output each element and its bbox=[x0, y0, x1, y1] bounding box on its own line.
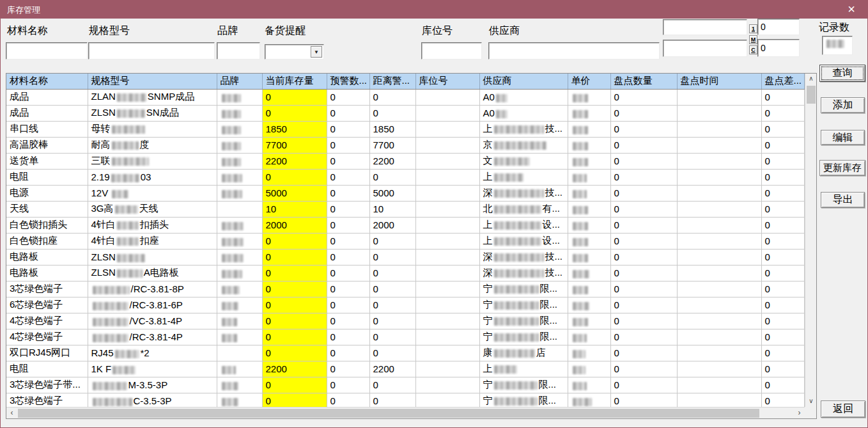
brand-input[interactable] bbox=[217, 42, 260, 59]
cell-count_qty: 0 bbox=[610, 345, 677, 361]
extra-input-bottom[interactable] bbox=[663, 40, 747, 57]
cell-dist: 0 bbox=[369, 345, 415, 361]
cell-count_time bbox=[677, 297, 761, 313]
cell-loc bbox=[415, 201, 479, 217]
cell-loc bbox=[415, 105, 479, 121]
cell-count_time bbox=[677, 105, 761, 121]
redacted-text bbox=[93, 302, 128, 310]
horizontal-scrollbar[interactable]: ‹ › bbox=[6, 407, 805, 418]
table-row[interactable]: 电源12V 500005000深技...00 bbox=[6, 185, 804, 201]
horizontal-scroll-thumb[interactable] bbox=[18, 409, 759, 418]
cell-price bbox=[568, 201, 610, 217]
cell-supplier: 宁限... bbox=[479, 313, 568, 329]
column-header-stock[interactable]: 当前库存量 bbox=[262, 74, 327, 89]
mini-button-1[interactable]: 1 bbox=[749, 24, 757, 33]
cell-dist: 0 bbox=[369, 249, 415, 265]
supplier-input[interactable] bbox=[488, 42, 660, 59]
cell-brand bbox=[217, 329, 262, 345]
export-button[interactable]: 导出 bbox=[821, 192, 865, 208]
column-header-supplier[interactable]: 供应商 bbox=[479, 74, 568, 89]
cell-warn: 0 bbox=[327, 185, 369, 201]
reminder-select[interactable]: ▼ bbox=[265, 44, 324, 59]
redacted-text bbox=[573, 302, 589, 310]
table-row[interactable]: 天线3G高天线10010北有...00 bbox=[6, 201, 804, 217]
table-row[interactable]: 4芯绿色端子/VC-3.81-4P000宁限...00 bbox=[6, 313, 804, 329]
column-header-name[interactable]: 材料名称 bbox=[6, 74, 88, 89]
cell-count_time bbox=[677, 329, 761, 345]
redacted-text bbox=[222, 110, 241, 118]
cell-warn: 0 bbox=[327, 201, 369, 217]
redacted-text bbox=[573, 366, 585, 374]
table-row[interactable]: 电阻1K F220002200上00 bbox=[6, 361, 804, 377]
material-name-input[interactable] bbox=[6, 42, 88, 59]
query-button[interactable]: 查询 bbox=[819, 65, 865, 82]
title-bar[interactable]: 库存管理 × bbox=[1, 1, 867, 19]
table-row[interactable]: 电阻2.1903000上00 bbox=[6, 169, 804, 185]
redacted-text bbox=[573, 174, 587, 182]
column-header-dist[interactable]: 距离警... bbox=[369, 74, 415, 89]
edit-button[interactable]: 编辑 bbox=[821, 130, 865, 145]
table-row[interactable]: 电路板ZLSNA电路板000深技...00 bbox=[6, 265, 804, 281]
table-row[interactable]: 成品ZLSNSN成品000A000 bbox=[6, 105, 804, 121]
column-header-brand[interactable]: 品牌 bbox=[217, 74, 262, 89]
redacted-text bbox=[117, 237, 139, 246]
vertical-scroll-thumb[interactable] bbox=[807, 86, 816, 104]
scroll-down-icon[interactable]: ∨ bbox=[805, 396, 817, 407]
cell-count_time bbox=[677, 361, 761, 377]
back-button[interactable]: 返回 bbox=[821, 400, 865, 418]
table-row[interactable]: 成品ZLANSNMP成品000A000 bbox=[6, 89, 804, 105]
redacted-text bbox=[573, 158, 588, 166]
column-header-count_qty[interactable]: 盘点数量 bbox=[610, 74, 677, 89]
cell-stock: 0 bbox=[262, 313, 327, 329]
cell-count_diff: 0 bbox=[761, 217, 804, 233]
record-count-label: 记录数 bbox=[819, 21, 849, 35]
redacted-text bbox=[222, 238, 244, 246]
cell-count_qty: 0 bbox=[610, 105, 677, 121]
number-input-bottom[interactable] bbox=[757, 39, 800, 57]
scroll-up-icon[interactable]: ∧ bbox=[805, 74, 817, 84]
cell-warn: 0 bbox=[327, 105, 369, 121]
cell-supplier: 深技... bbox=[479, 249, 568, 265]
redacted-text bbox=[494, 157, 530, 166]
mini-button-c[interactable]: C bbox=[749, 45, 757, 54]
cell-loc bbox=[415, 153, 479, 169]
table-row[interactable]: 3芯绿色端子C-3.5-3P000宁限...00 bbox=[6, 393, 804, 407]
table-row[interactable]: 串口线母转185001850上技...00 bbox=[6, 121, 804, 137]
mini-button-m[interactable]: M bbox=[749, 35, 757, 44]
table-row[interactable]: 双口RJ45网口RJ45*2000康店00 bbox=[6, 345, 804, 361]
column-header-count_diff[interactable]: 盘点差... bbox=[761, 74, 804, 89]
cell-price bbox=[568, 281, 610, 297]
table-row[interactable]: 白色锁扣座4针白扣座000上设...00 bbox=[6, 233, 804, 249]
table-row[interactable]: 3芯绿色端子带...M-3.5-3P000宁限...00 bbox=[6, 377, 804, 393]
cell-stock: 2200 bbox=[262, 153, 327, 169]
table-row[interactable]: 高温胶棒耐高度770007700京00 bbox=[6, 137, 804, 153]
location-input[interactable] bbox=[421, 42, 482, 59]
column-header-count_time[interactable]: 盘点时间 bbox=[677, 74, 761, 89]
column-header-spec[interactable]: 规格型号 bbox=[88, 74, 217, 89]
cell-loc bbox=[415, 137, 479, 153]
cell-price bbox=[568, 217, 610, 233]
scroll-right-icon[interactable]: › bbox=[794, 408, 805, 419]
add-button[interactable]: 添加 bbox=[821, 97, 865, 113]
cell-count_diff: 0 bbox=[761, 201, 804, 217]
number-input-top[interactable] bbox=[757, 19, 800, 35]
extra-input-top[interactable] bbox=[663, 19, 747, 35]
redacted-text bbox=[222, 190, 242, 198]
table-row[interactable]: 3芯绿色端子/RC-3.81-8P000宁限...00 bbox=[6, 281, 804, 297]
redacted-text bbox=[222, 222, 244, 230]
chevron-down-icon[interactable]: ▼ bbox=[311, 46, 322, 58]
column-header-warn[interactable]: 预警数... bbox=[327, 74, 369, 89]
table-row[interactable]: 送货单三联220002200文00 bbox=[6, 153, 804, 169]
table-row[interactable]: 4芯绿色端子/RC-3.81-4P000宁限...00 bbox=[6, 329, 804, 345]
close-icon[interactable]: × bbox=[841, 1, 862, 19]
column-header-price[interactable]: 单价 bbox=[568, 74, 610, 89]
column-header-loc[interactable]: 库位号 bbox=[415, 74, 479, 89]
vertical-scrollbar[interactable]: ∧ ∨ bbox=[805, 74, 816, 407]
cell-warn: 0 bbox=[327, 393, 369, 407]
spec-model-input[interactable] bbox=[88, 42, 215, 59]
update-stock-button[interactable]: 更新库存 bbox=[819, 160, 865, 176]
table-row[interactable]: 6芯绿色端子/RC-3.81-6P000宁限...00 bbox=[6, 297, 804, 313]
table-row[interactable]: 电路板ZLSN000深技...00 bbox=[6, 249, 804, 265]
table-row[interactable]: 白色锁扣插头4针白扣插头200002000上设...00 bbox=[6, 217, 804, 233]
scroll-left-icon[interactable]: ‹ bbox=[6, 408, 17, 419]
